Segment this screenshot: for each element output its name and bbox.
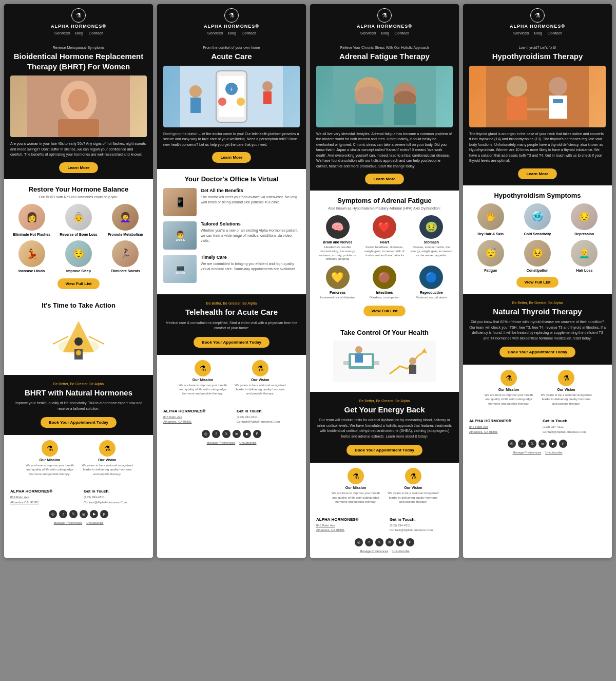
nav-blog-col4[interactable]: Blog (534, 31, 543, 35)
circle-item-2: 👵 Reverse of Bone Loss (57, 204, 100, 236)
svg-rect-14 (219, 76, 244, 117)
logo-icon-col4: ⚗ (530, 8, 545, 23)
social-tw-col3[interactable]: 𝕏 (375, 538, 383, 546)
nav-contact-col2[interactable]: Contact (242, 31, 256, 35)
svg-point-18 (237, 98, 245, 106)
symptom-heart: ❤️ Heart Faster heartbeat, dizziness, we… (363, 215, 406, 261)
footer-addr1-col4[interactable]: 845 Palm Ave (469, 425, 488, 428)
social-yt-col4[interactable]: ▶ (549, 440, 557, 448)
footer-brandname-col3: ALPHA HORMONES® (316, 517, 379, 522)
dark-cta-title-col3: Get Your Energy Back (316, 405, 453, 415)
doctor-img-3: 💻 (163, 255, 197, 283)
hormone-balance-section: Restore Your Hormone Balance Our BHRT wi… (4, 179, 153, 295)
social-li-col3[interactable]: in (386, 538, 394, 546)
social-fb-col1[interactable]: f (59, 510, 67, 518)
social-ig-col3[interactable]: ◎ (355, 538, 363, 546)
footer-addr1-col3[interactable]: 845 Palm Ave (316, 524, 335, 527)
nav-blog-col1[interactable]: Blog (75, 31, 84, 35)
hero-cta-col2[interactable]: Learn More (212, 152, 251, 163)
logo-col1: ⚗ ALPHA HORMONES® (51, 8, 106, 29)
footer-mission-col1: ⚗ Our Mission We are here to improve you… (24, 440, 75, 476)
manage-prefs-col4[interactable]: Manage Preferences (512, 451, 541, 454)
hypo-avatar-3: 😔 (571, 203, 598, 230)
nav-contact-col1[interactable]: Contact (89, 31, 103, 35)
footer-mission-col4: ⚗ Our Mission We are here to improve you… (483, 370, 534, 406)
svg-point-9 (76, 350, 81, 355)
social-ig-col2[interactable]: ◎ (202, 430, 210, 438)
nav-services-col4[interactable]: Services (513, 31, 529, 35)
footer-mission-row-col3: ⚗ Our Mission We are here to improve you… (330, 468, 439, 504)
hypo-label-2: Cold Sensitivity (524, 232, 551, 236)
nav-services-col2[interactable]: Services (207, 31, 223, 35)
svg-point-7 (74, 337, 83, 346)
dark-cta-btn-col4[interactable]: Book Your Appointment Today (499, 347, 575, 357)
social-tw-col4[interactable]: 𝕏 (528, 440, 536, 448)
doctor-img-2: 👨‍⚕️ (163, 221, 197, 250)
hypo-label-6: Hair Loss (576, 269, 592, 272)
hero-cta-col1[interactable]: Learn More (59, 162, 98, 173)
footer-addr2-col1[interactable]: Alhambra CA, 91801 (10, 501, 39, 504)
manage-prefs-col3[interactable]: Manage Preferences (359, 550, 388, 553)
logo-icon-col2: ⚗ (224, 8, 239, 23)
manage-prefs-col2[interactable]: Manage Preferences (206, 441, 235, 444)
social-pi-col1[interactable]: P (100, 510, 108, 518)
footer-addr2-col3[interactable]: Alhambra, CA 91801 (316, 528, 344, 532)
social-fb-col2[interactable]: f (212, 430, 220, 438)
footer-phone-col1: (213) 334-4111 (84, 495, 147, 500)
adrenal-view-full-btn[interactable]: View Full List (363, 306, 406, 316)
footer-addr2-col2[interactable]: Alhambra, CA 91801 (163, 420, 191, 423)
hero-cta-col3[interactable]: Learn More (365, 174, 403, 184)
view-full-list-btn-col1[interactable]: View Full List (57, 278, 100, 289)
unsubscribe-col3[interactable]: Unsubscribe (392, 550, 409, 553)
social-yt-col3[interactable]: ▶ (396, 538, 404, 546)
logo-col2: ⚗ ALPHA HORMONES® (204, 8, 259, 29)
footer-vision-col3: ⚗ Our Vision We yearn to be a national r… (388, 468, 439, 504)
social-tw-col2[interactable]: 𝕏 (222, 430, 230, 438)
social-li-col1[interactable]: in (80, 510, 88, 518)
dark-cta-btn-col3[interactable]: Book Your Appointment Today (346, 445, 422, 456)
social-pi-col3[interactable]: P (406, 538, 414, 546)
hypo-item-5: 😣 Constipation (516, 240, 559, 272)
footer-addr1-col2[interactable]: 845 Palm Ave (163, 415, 182, 419)
footer-addr1-col1[interactable]: 814 Palm Ave (10, 496, 29, 499)
unsubscribe-col1[interactable]: Unsubscribe (86, 521, 103, 524)
footer-columns-col3: ALPHA HORMONES® 845 Palm Ave Alhambra, C… (316, 517, 453, 533)
dark-cta-btn-col2[interactable]: Book Your Appointment Today (194, 337, 270, 348)
adrenal-symptoms-section: Symptoms of Adrenal Fatigue Also known a… (310, 191, 459, 323)
social-fb-col3[interactable]: f (365, 538, 373, 546)
social-li-col4[interactable]: in (538, 440, 547, 448)
vision-text-col3: We yearn to be a national recognized lea… (388, 491, 439, 504)
unsubscribe-col4[interactable]: Unsubscribe (545, 451, 562, 454)
footer-addr2-col4[interactable]: Alhambra, CA 91801 (469, 430, 497, 433)
nav-services-col1[interactable]: Services (54, 31, 70, 35)
social-ig-col1[interactable]: ◎ (49, 510, 57, 518)
unsubscribe-col2[interactable]: Unsubscribe (239, 441, 256, 444)
social-li-col2[interactable]: in (233, 430, 241, 438)
social-yt-col1[interactable]: ▶ (90, 510, 98, 518)
social-ig-col4[interactable]: ◎ (508, 440, 516, 448)
doctor-title-col2: Your Doctor's Office Is Virtual (163, 175, 300, 183)
social-fb-col4[interactable]: f (518, 440, 526, 448)
social-pi-col2[interactable]: P (253, 430, 261, 438)
social-yt-col2[interactable]: ▶ (243, 430, 251, 438)
symptom-desc-stomach: Nausea, stomach ache, low energy, weight… (410, 245, 453, 257)
nav-contact-col4[interactable]: Contact (548, 31, 562, 35)
svg-rect-26 (355, 104, 383, 125)
nav-blog-col3[interactable]: Blog (381, 31, 390, 35)
mission-text-col1: We are here to improve your health and q… (24, 463, 75, 476)
hypo-view-full-btn[interactable]: View Full List (516, 277, 559, 288)
hero-cta-col4[interactable]: Learn More (518, 168, 556, 179)
social-tw-col1[interactable]: 𝕏 (69, 510, 78, 518)
nav-blog-col2[interactable]: Blog (228, 31, 237, 35)
hero-subtitle-col1: Reverse Menopausal Symptoms (10, 46, 147, 49)
hypo-symptoms-title: Hypothyroidism Symptoms (469, 192, 606, 199)
social-pi-col4[interactable]: P (559, 440, 567, 448)
hypo-avatar-5: 😣 (524, 240, 551, 267)
nav-services-col3[interactable]: Services (360, 31, 376, 35)
take-control-title-col3: Take Control Of Your Health (316, 329, 453, 336)
nav-contact-col3[interactable]: Contact (395, 31, 409, 35)
dark-cta-btn-col1[interactable]: Book Your Appointment Today (41, 417, 117, 428)
footer-contact-title-col4: Get in Touch. (543, 419, 606, 423)
footer-brand-col2: ALPHA HORMONES® 845 Palm Ave Alhambra, C… (163, 409, 226, 425)
manage-prefs-col1[interactable]: Manage Preferences (53, 521, 82, 524)
